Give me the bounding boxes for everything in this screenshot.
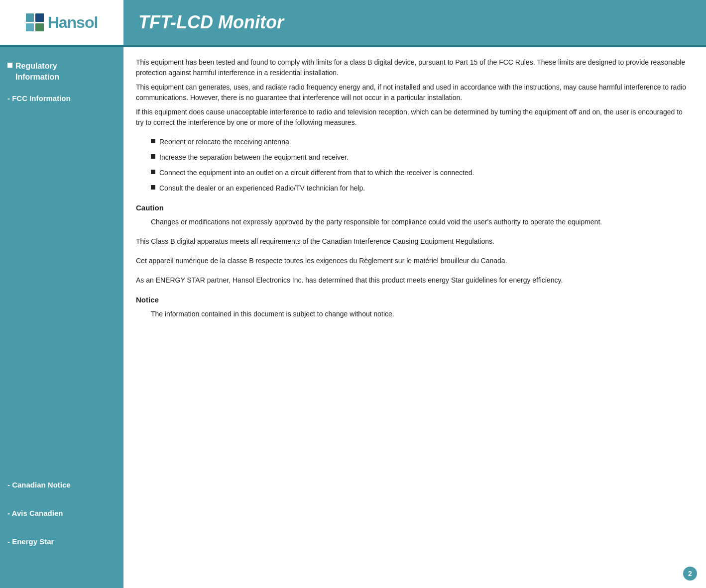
header-title-area: TFT-LCD Monitor [123,0,706,45]
notice-text: The information contained in this docume… [151,309,691,320]
bullet-icon [151,185,155,190]
fcc-para-1: This equipment has been tested and found… [136,57,691,78]
bullet-icon [151,139,155,143]
fcc-bullet-list: Reorient or relocate the receiving anten… [151,137,691,194]
content-area: This equipment has been tested and found… [123,47,706,588]
list-item: Connect the equipment into an outlet on … [151,168,691,178]
caution-heading: Caution [136,202,691,214]
logo-block-2 [35,13,44,22]
bullet-text-1: Reorient or relocate the receiving anten… [159,137,291,147]
sidebar-energy-label: - Energy Star [7,537,54,546]
list-item: Reorient or relocate the receiving anten… [151,137,691,147]
bullet-icon [151,170,155,174]
logo-area: Hansol [0,0,123,45]
header: Hansol TFT-LCD Monitor [0,0,706,45]
avis-canadien-text: Cet appareil numérique de la classe B re… [136,256,691,266]
logo-block-1 [26,13,34,22]
sidebar-item-energy-star[interactable]: - Energy Star [0,532,123,551]
bullet-icon [7,63,12,68]
fcc-section: This equipment has been tested and found… [136,57,691,128]
energy-star-text: As an ENERGY STAR partner, Hansol Electr… [136,275,691,286]
caution-section: Caution Changes or modifications not exp… [136,202,691,227]
notice-heading: Notice [136,294,691,306]
fcc-para-2: This equipment can generates, uses, and … [136,82,691,103]
sidebar-fcc-label: - FCC Information [7,94,71,102]
canadian-notice-text: This Class B digital apparatus meets all… [136,236,691,247]
list-item: Consult the dealer or an experienced Rad… [151,183,691,194]
logo-block-3 [26,23,34,32]
sidebar-item-canadian-notice[interactable]: - Canadian Notice [0,476,123,494]
sidebar-item-regulatory[interactable]: RegulatoryInformation [0,55,123,89]
sidebar-gap1 [0,494,123,504]
energy-star-section: As an ENERGY STAR partner, Hansol Electr… [136,275,691,286]
sidebar-regulatory-label: RegulatoryInformation [15,61,59,83]
sidebar-canadian-label: - Canadian Notice [7,481,71,489]
sidebar-spacer [0,107,123,476]
main-layout: RegulatoryInformation - FCC Information … [0,47,706,588]
caution-text: Changes or modifications not expressly a… [151,217,691,228]
sidebar-gap2 [0,522,123,532]
logo-block-4 [35,23,44,32]
sidebar: RegulatoryInformation - FCC Information … [0,47,123,588]
page-title: TFT-LCD Monitor [138,12,284,33]
notice-section: Notice The information contained in this… [136,294,691,319]
bullet-text-4: Consult the dealer or an experienced Rad… [159,183,365,194]
avis-canadien-section: Cet appareil numérique de la classe B re… [136,256,691,266]
sidebar-avis-label: - Avis Canadien [7,509,63,517]
sidebar-item-avis-canadien[interactable]: - Avis Canadien [0,504,123,522]
logo-icon [26,13,44,31]
sidebar-bottom-space [0,551,123,581]
list-item: Increase the separation between the equi… [151,152,691,163]
logo: Hansol [26,13,98,32]
bullet-text-3: Connect the equipment into an outlet on … [159,168,474,178]
bullet-icon [151,154,155,159]
bullet-text-2: Increase the separation between the equi… [159,152,349,163]
fcc-para-3: If this equipment does cause unacceptabl… [136,107,691,128]
logo-text: Hansol [48,13,98,32]
canadian-notice-section: This Class B digital apparatus meets all… [136,236,691,247]
sidebar-item-fcc[interactable]: - FCC Information [0,89,123,107]
page-number: 2 [683,567,697,581]
